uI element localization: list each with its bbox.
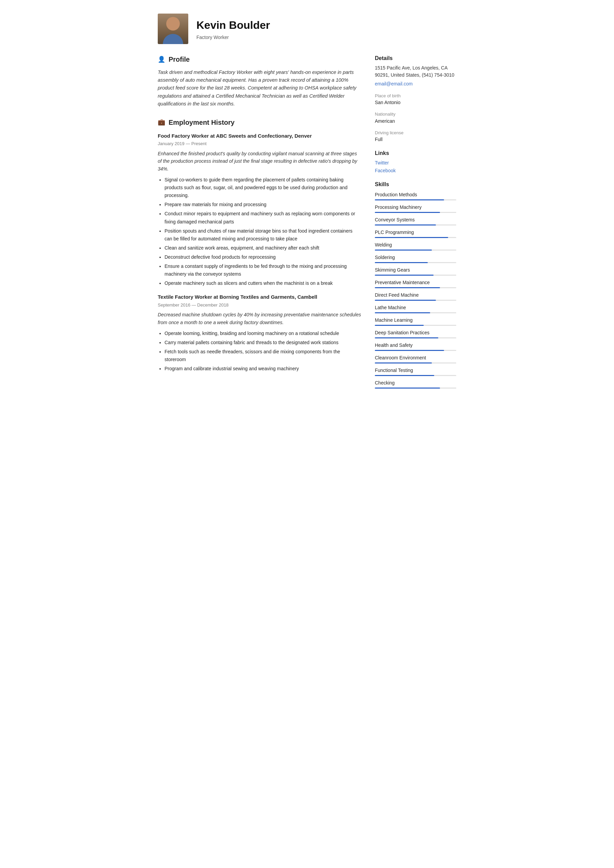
skill-item: Soldering (375, 254, 456, 263)
skill-name: PLC Programming (375, 229, 456, 236)
job-2-bullets: Operate looming, knitting, braiding and … (158, 330, 361, 373)
skill-name: Functional Testing (375, 367, 456, 374)
header: Kevin Boulder Factory Worker (158, 14, 456, 44)
job-2-title: Textile Factory Worker at Borning Textil… (158, 293, 361, 301)
place-of-birth-value: San Antonio (375, 99, 456, 106)
job-2-date: September 2016 — December 2018 (158, 302, 361, 308)
skill-item: Conveyor Systems (375, 216, 456, 225)
skill-name: Conveyor Systems (375, 216, 456, 223)
skill-bar-fill (375, 250, 432, 251)
skill-bar-bg (375, 388, 456, 389)
details-address: 1515 Pacific Ave, Los Angeles, CA 90291,… (375, 64, 456, 79)
employment-section-title: 💼 Employment History (158, 117, 361, 127)
nationality-label: Nationality (375, 111, 456, 118)
profile-text: Task driven and methodical Factory Worke… (158, 68, 361, 108)
profile-section-title: 👤 Profile (158, 54, 361, 64)
skill-bar-fill (375, 212, 440, 213)
skill-name: Lathe Machine (375, 304, 456, 311)
skill-item: Lathe Machine (375, 304, 456, 313)
skill-item: Machine Learning (375, 317, 456, 326)
list-item: Signal co-workers to guide them regardin… (165, 176, 361, 199)
skills-container: Production MethodsProcessing MachineryCo… (375, 191, 456, 389)
skill-name: Deep Sanitation Practices (375, 329, 456, 336)
skill-name: Machine Learning (375, 317, 456, 324)
list-item: Operate looming, knitting, braiding and … (165, 330, 361, 337)
skill-bar-fill (375, 237, 448, 238)
skill-bar-bg (375, 262, 456, 263)
driving-group: Driving license Full (375, 130, 456, 143)
skill-name: Welding (375, 242, 456, 248)
skill-name: Cleanroom Environment (375, 354, 456, 361)
place-of-birth-group: Place of birth San Antonio (375, 93, 456, 107)
nationality-group: Nationality American (375, 111, 456, 125)
skill-item: Processing Machinery (375, 204, 456, 213)
header-info: Kevin Boulder Factory Worker (196, 17, 270, 41)
avatar-body (163, 34, 183, 44)
link-facebook[interactable]: Facebook (375, 167, 456, 174)
driving-label: Driving license (375, 130, 456, 136)
skill-bar-fill (375, 363, 432, 363)
skill-item: Functional Testing (375, 367, 456, 376)
skill-item: Production Methods (375, 191, 456, 200)
list-item: Carry material pallets containing fabric… (165, 339, 361, 347)
skill-item: Health and Safety (375, 342, 456, 351)
skill-name: Direct Feed Machine (375, 291, 456, 299)
skill-bar-bg (375, 212, 456, 213)
skill-item: Preventative Maintenance (375, 279, 456, 288)
skill-item: Deep Sanitation Practices (375, 329, 456, 338)
skill-bar-bg (375, 225, 456, 225)
skill-bar-fill (375, 262, 428, 263)
job-1-title: Food Factory Worker at ABC Sweets and Co… (158, 132, 361, 140)
skill-item: Skimming Gears (375, 267, 456, 276)
skill-bar-bg (375, 250, 456, 251)
list-item: Deconstruct defective food products for … (165, 253, 361, 261)
skill-item: Cleanroom Environment (375, 354, 456, 363)
job-2-desc: Decreased machine shutdown cycles by 40%… (158, 311, 361, 326)
skill-bar-fill (375, 325, 424, 326)
nationality-value: American (375, 118, 456, 125)
list-item: Conduct minor repairs to equipment and m… (165, 210, 361, 225)
skill-bar-bg (375, 375, 456, 376)
skill-bar-fill (375, 287, 440, 288)
skill-bar-fill (375, 350, 444, 351)
employment-title-text: Employment History (169, 117, 235, 127)
list-item: Ensure a constant supply of ingredients … (165, 262, 361, 278)
job-1-date: January 2019 — Present (158, 140, 361, 147)
avatar-image (158, 14, 188, 44)
skill-bar-bg (375, 325, 456, 326)
skill-name: Health and Safety (375, 342, 456, 349)
skill-bar-fill (375, 312, 430, 313)
skill-bar-bg (375, 237, 456, 238)
avatar (158, 14, 188, 44)
list-item: Clean and sanitize work areas, equipment… (165, 244, 361, 252)
left-column: 👤 Profile Task driven and methodical Fac… (158, 54, 361, 392)
place-of-birth-label: Place of birth (375, 93, 456, 99)
links-title: Links (375, 149, 456, 157)
skill-name: Checking (375, 380, 456, 386)
skill-bar-bg (375, 199, 456, 200)
skill-bar-fill (375, 375, 434, 376)
link-twitter[interactable]: Twitter (375, 160, 456, 166)
list-item: Program and calibrate industrial sewing … (165, 365, 361, 373)
job-2: Textile Factory Worker at Borning Textil… (158, 293, 361, 373)
job-1: Food Factory Worker at ABC Sweets and Co… (158, 132, 361, 287)
job-1-bullets: Signal co-workers to guide them regardin… (158, 176, 361, 287)
details-email[interactable]: email@email.com (375, 81, 412, 87)
page: Kevin Boulder Factory Worker 👤 Profile T… (144, 0, 470, 406)
candidate-name: Kevin Boulder (196, 17, 270, 33)
skill-bar-fill (375, 337, 438, 338)
skill-name: Preventative Maintenance (375, 279, 456, 286)
skill-name: Production Methods (375, 191, 456, 198)
avatar-face (166, 17, 180, 31)
skills-title: Skills (375, 180, 456, 189)
list-item: Fetch tools such as needle threaders, sc… (165, 348, 361, 363)
skill-item: PLC Programming (375, 229, 456, 238)
details-title: Details (375, 54, 456, 62)
skill-bar-fill (375, 225, 436, 225)
employment-icon: 💼 (158, 118, 165, 127)
profile-icon: 👤 (158, 55, 165, 64)
skill-item: Welding (375, 242, 456, 251)
skill-bar-bg (375, 300, 456, 301)
skill-bar-bg (375, 363, 456, 363)
right-column: Details 1515 Pacific Ave, Los Angeles, C… (375, 54, 456, 392)
